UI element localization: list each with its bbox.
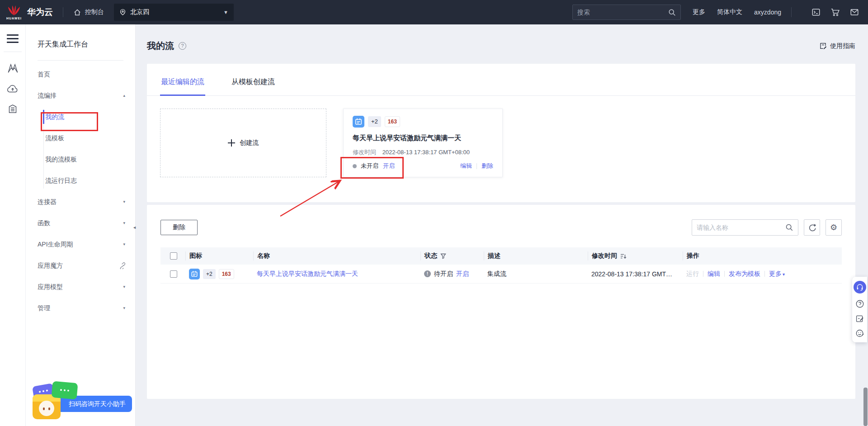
divider: [703, 271, 703, 277]
divider: [63, 7, 63, 17]
location-pin-icon: [119, 9, 126, 16]
flow-card[interactable]: +2 163 每天早上说早安话激励元气满满一天 修改时间 2022-08-13 …: [343, 109, 503, 177]
divider: [4, 52, 22, 52]
sidebar-item-management[interactable]: 管理▾: [26, 298, 135, 319]
assistant-widget: 扫码咨询开天小助手: [27, 382, 140, 426]
sidebar-item-app-model[interactable]: 应用模型▾: [26, 276, 135, 298]
satisfaction-button[interactable]: [855, 329, 864, 338]
workspace-title: 开天集成工作台: [38, 40, 135, 49]
region-selector[interactable]: 北京四 ▼: [114, 4, 234, 21]
status-dot: [353, 164, 357, 168]
row-status-label: 待开启: [434, 270, 453, 278]
sidebar-item-flow-run-logs[interactable]: 流运行日志: [26, 170, 135, 191]
status-info-icon: !: [424, 270, 431, 277]
language-switch[interactable]: 简体中文: [717, 8, 742, 16]
region-label: 北京四: [130, 8, 149, 16]
tab-create-from-template[interactable]: 从模板创建流: [231, 66, 276, 95]
row-enable-link[interactable]: 开启: [456, 270, 469, 278]
divider: [791, 7, 792, 17]
chevron-down-icon: ▾: [123, 276, 125, 298]
delete-button[interactable]: 删除: [160, 220, 198, 235]
tab-recent-flows[interactable]: 最近编辑的流: [160, 66, 205, 95]
chevron-down-icon: ▾: [123, 298, 125, 319]
settings-button[interactable]: ⚙: [826, 219, 842, 236]
smiley-icon: [855, 329, 864, 338]
column-status: 状态: [420, 251, 484, 260]
divider: [476, 163, 477, 169]
settings-gear-icon: ⚙: [830, 222, 837, 232]
modified-label: 修改时间: [353, 149, 376, 156]
caret-down-icon: ▾: [783, 272, 785, 277]
column-name: 名称: [253, 251, 420, 260]
console-label: 控制台: [85, 8, 104, 16]
select-all-checkbox[interactable]: [170, 252, 177, 260]
sort-icon[interactable]: [620, 253, 627, 259]
sidebar-item-my-flow-templates[interactable]: 我的流模板: [26, 149, 135, 170]
flow-name-link[interactable]: 每天早上说早安话激励元气满满一天: [257, 270, 358, 278]
chevron-down-icon: ▾: [123, 213, 125, 234]
refresh-icon: [808, 223, 816, 232]
cloud-upload-icon[interactable]: [7, 84, 19, 94]
user-guide-link[interactable]: 使用指南: [819, 42, 855, 50]
feedback-button[interactable]: [855, 314, 864, 323]
icon-rail: [0, 24, 26, 426]
badge-163: 163: [385, 116, 400, 127]
column-icon: 图标: [185, 251, 253, 260]
list-search-input[interactable]: [697, 224, 785, 231]
column-description: 描述: [484, 251, 588, 260]
customer-service-button[interactable]: [854, 281, 866, 293]
filter-icon[interactable]: [440, 253, 446, 259]
sidebar-item-flow-templates[interactable]: 流模板: [26, 128, 135, 149]
sidebar-item-my-flows[interactable]: 我的流: [26, 106, 135, 128]
cart-icon[interactable]: [830, 8, 840, 17]
more-connectors-badge: +2: [203, 269, 216, 279]
sidebar-item-functions[interactable]: 函数▾: [26, 213, 135, 234]
edit-flow-link[interactable]: 编辑: [460, 162, 472, 170]
divider: [38, 60, 123, 61]
huawei-flower-icon: [6, 5, 22, 16]
publish-as-template-action[interactable]: 发布为模板: [729, 270, 760, 278]
sidebar-item-home[interactable]: 首页: [26, 64, 135, 85]
list-search[interactable]: [692, 219, 798, 236]
sidebar-item-connectors[interactable]: 连接器▾: [26, 191, 135, 213]
scrollbar-thumb[interactable]: [863, 388, 868, 426]
help-button[interactable]: [855, 299, 864, 308]
guide-icon: [819, 42, 827, 50]
row-checkbox[interactable]: [170, 270, 177, 278]
refresh-button[interactable]: [804, 219, 820, 236]
column-modified-time: 修改时间: [588, 251, 683, 260]
question-icon: [855, 299, 864, 308]
edit-action[interactable]: 编辑: [708, 270, 720, 278]
more-actions[interactable]: 更多▾: [769, 270, 785, 278]
macroverse-logo-icon[interactable]: [7, 63, 19, 74]
top-search[interactable]: [572, 5, 681, 20]
home-icon: [73, 8, 81, 16]
sidebar-item-app-cube[interactable]: 应用魔方: [26, 255, 135, 276]
delete-flow-link[interactable]: 删除: [481, 162, 493, 170]
feedback-icon: [855, 314, 864, 323]
screen: HUAWEI 华为云 控制台 北京四 ▼ 更多 简体中文 axyzdong: [0, 0, 868, 426]
chevron-down-icon: ▾: [123, 191, 125, 213]
divider: [724, 271, 725, 277]
top-search-input[interactable]: [577, 9, 668, 16]
huawei-logo-text: HUAWEI: [6, 17, 22, 20]
terminal-icon[interactable]: [811, 8, 821, 17]
mail-icon[interactable]: [850, 8, 859, 17]
flow-title[interactable]: 每天早上说早安话激励元气满满一天: [353, 134, 493, 142]
sidebar-collapse-icon[interactable]: ◄: [132, 222, 139, 232]
sidebar-item-flow-orchestration[interactable]: 流编排▴: [26, 85, 135, 106]
catalog-icon[interactable]: [7, 104, 18, 114]
create-flow-button[interactable]: 创建流: [160, 109, 326, 177]
help-icon[interactable]: ?: [179, 42, 186, 50]
row-description: 集成流: [484, 270, 588, 278]
caret-down-icon: ▼: [223, 9, 228, 15]
console-link[interactable]: 控制台: [73, 8, 104, 16]
account-menu[interactable]: axyzdong: [754, 9, 781, 16]
hamburger-menu-icon[interactable]: [7, 34, 19, 45]
enable-flow-link[interactable]: 开启: [383, 162, 395, 170]
sidebar-menu: 首页 流编排▴ 我的流 流模板 我的流模板 流运行日志 连接器▾ 函数▾ API…: [26, 64, 135, 319]
sidebar: 开天集成工作台 首页 流编排▴ 我的流 流模板 我的流模板 流运行日志 连接器▾…: [26, 24, 136, 426]
brand-title: 华为云: [27, 6, 53, 18]
sidebar-item-api-lifecycle[interactable]: API生命周期▾: [26, 234, 135, 255]
more-menu[interactable]: 更多: [693, 8, 705, 16]
